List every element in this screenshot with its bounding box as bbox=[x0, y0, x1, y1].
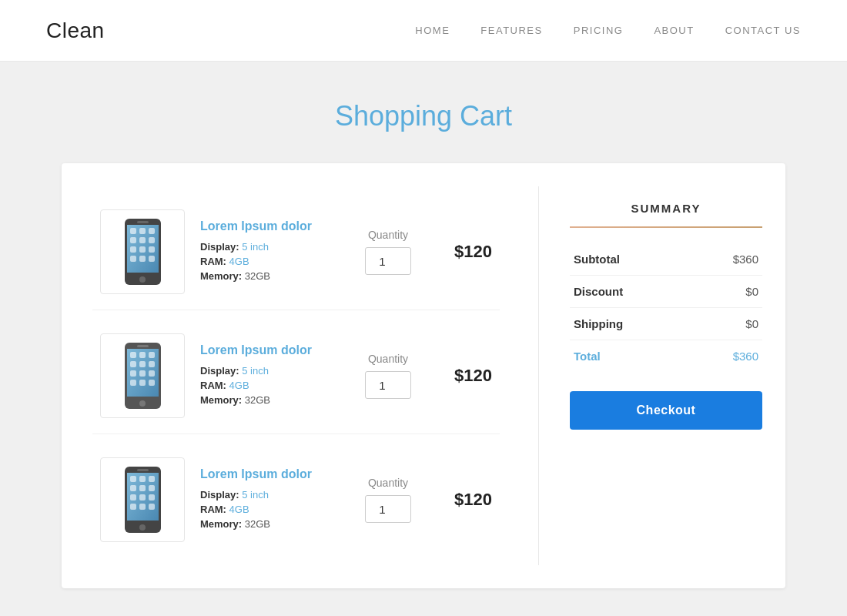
cart-items-list: Lorem Ipsum dolor Display: 5 inch RAM: 4… bbox=[77, 186, 515, 565]
nav-contact[interactable]: CONTACT US bbox=[725, 25, 801, 36]
item-ram-1: RAM: 4GB bbox=[200, 256, 338, 267]
summary-subtotal-row: Subtotal $360 bbox=[570, 243, 762, 276]
subtotal-value: $360 bbox=[733, 253, 758, 266]
svg-rect-41 bbox=[130, 494, 136, 500]
subtotal-label: Subtotal bbox=[574, 253, 620, 266]
header: Clean HOME FEATURES PRICING ABOUT CONTAC… bbox=[0, 0, 847, 62]
summary-divider bbox=[570, 226, 762, 228]
cart-card: Lorem Ipsum dolor Display: 5 inch RAM: 4… bbox=[62, 163, 785, 588]
discount-label: Discount bbox=[574, 285, 623, 298]
summary-total-row: Total $360 bbox=[570, 340, 762, 372]
svg-rect-45 bbox=[139, 504, 146, 510]
svg-rect-36 bbox=[139, 476, 146, 482]
svg-rect-7 bbox=[139, 237, 146, 243]
svg-rect-26 bbox=[139, 370, 146, 377]
item-display-1: Display: 5 inch bbox=[200, 241, 338, 253]
svg-rect-14 bbox=[149, 256, 155, 262]
quantity-input-1[interactable] bbox=[365, 247, 411, 275]
svg-rect-9 bbox=[130, 246, 136, 253]
svg-rect-27 bbox=[149, 370, 155, 377]
svg-rect-42 bbox=[139, 494, 146, 500]
svg-rect-43 bbox=[149, 494, 155, 500]
item-display-2: Display: 5 inch bbox=[200, 365, 338, 377]
item-memory-3: Memory: 32GB bbox=[200, 518, 338, 530]
summary-panel: SUMMARY Subtotal $360 Discount $0 Shippi… bbox=[562, 186, 770, 565]
svg-rect-29 bbox=[139, 380, 146, 386]
summary-shipping-row: Shipping $0 bbox=[570, 308, 762, 340]
svg-point-15 bbox=[139, 276, 146, 283]
svg-rect-4 bbox=[139, 228, 146, 234]
page-content: Shopping Cart bbox=[0, 62, 847, 616]
quantity-input-2[interactable] bbox=[365, 371, 411, 399]
svg-rect-30 bbox=[149, 380, 155, 386]
item-price-2: $120 bbox=[438, 366, 492, 386]
table-row: Lorem Ipsum dolor Display: 5 inch RAM: 4… bbox=[92, 194, 500, 310]
item-name-1[interactable]: Lorem Ipsum dolor bbox=[200, 219, 338, 233]
item-image-2 bbox=[100, 333, 185, 418]
svg-rect-39 bbox=[139, 485, 146, 491]
item-ram-2: RAM: 4GB bbox=[200, 380, 338, 391]
svg-rect-13 bbox=[139, 256, 146, 262]
nav: HOME FEATURES PRICING ABOUT CONTACT US bbox=[415, 25, 801, 36]
nav-features[interactable]: FEATURES bbox=[480, 25, 542, 36]
svg-rect-11 bbox=[149, 246, 155, 253]
svg-rect-28 bbox=[130, 380, 136, 386]
phone-icon bbox=[122, 341, 164, 410]
table-row: Lorem Ipsum dolor Display: 5 inch RAM: 4… bbox=[92, 318, 500, 434]
quantity-label-1: Quantity bbox=[368, 229, 408, 241]
total-value: $360 bbox=[733, 350, 758, 363]
svg-rect-32 bbox=[137, 345, 149, 347]
svg-rect-38 bbox=[130, 485, 136, 491]
logo: Clean bbox=[46, 18, 105, 43]
nav-about[interactable]: ABOUT bbox=[654, 25, 694, 36]
phone-icon bbox=[122, 217, 164, 286]
quantity-input-3[interactable] bbox=[365, 495, 411, 523]
svg-rect-19 bbox=[130, 352, 136, 358]
svg-rect-12 bbox=[130, 256, 136, 262]
svg-rect-44 bbox=[130, 504, 136, 510]
svg-rect-8 bbox=[149, 237, 155, 243]
item-image-1 bbox=[100, 209, 185, 294]
svg-rect-21 bbox=[149, 352, 155, 358]
svg-rect-22 bbox=[130, 361, 136, 367]
svg-rect-46 bbox=[149, 504, 155, 510]
svg-rect-3 bbox=[130, 228, 136, 234]
summary-discount-row: Discount $0 bbox=[570, 276, 762, 308]
svg-rect-37 bbox=[149, 476, 155, 482]
svg-rect-48 bbox=[137, 469, 149, 471]
item-memory-1: Memory: 32GB bbox=[200, 270, 338, 282]
item-image-3 bbox=[100, 457, 185, 542]
item-price-1: $120 bbox=[438, 242, 492, 262]
svg-rect-35 bbox=[130, 476, 136, 482]
quantity-label-3: Quantity bbox=[368, 477, 408, 489]
svg-rect-6 bbox=[130, 237, 136, 243]
item-name-3[interactable]: Lorem Ipsum dolor bbox=[200, 467, 338, 481]
item-ram-3: RAM: 4GB bbox=[200, 504, 338, 515]
shipping-value: $0 bbox=[745, 317, 758, 330]
svg-rect-10 bbox=[139, 246, 146, 253]
item-quantity-area-3: Quantity bbox=[353, 477, 423, 523]
shipping-label: Shipping bbox=[574, 317, 623, 330]
cart-divider bbox=[538, 186, 539, 565]
svg-point-31 bbox=[139, 400, 146, 407]
discount-value: $0 bbox=[745, 285, 758, 298]
item-details-3: Lorem Ipsum dolor Display: 5 inch RAM: 4… bbox=[200, 467, 338, 533]
item-quantity-area-2: Quantity bbox=[353, 353, 423, 399]
checkout-button[interactable]: Checkout bbox=[570, 391, 762, 430]
svg-rect-24 bbox=[149, 361, 155, 367]
item-details-1: Lorem Ipsum dolor Display: 5 inch RAM: 4… bbox=[200, 219, 338, 285]
quantity-label-2: Quantity bbox=[368, 353, 408, 365]
svg-rect-23 bbox=[139, 361, 146, 367]
item-memory-2: Memory: 32GB bbox=[200, 394, 338, 406]
svg-rect-20 bbox=[139, 352, 146, 358]
summary-title: SUMMARY bbox=[570, 202, 762, 215]
nav-pricing[interactable]: PRICING bbox=[574, 25, 624, 36]
item-price-3: $120 bbox=[438, 490, 492, 510]
total-label: Total bbox=[574, 350, 601, 363]
item-details-2: Lorem Ipsum dolor Display: 5 inch RAM: 4… bbox=[200, 343, 338, 409]
nav-home[interactable]: HOME bbox=[415, 25, 450, 36]
item-display-3: Display: 5 inch bbox=[200, 489, 338, 500]
svg-rect-25 bbox=[130, 370, 136, 377]
item-name-2[interactable]: Lorem Ipsum dolor bbox=[200, 343, 338, 357]
phone-icon bbox=[122, 465, 164, 534]
